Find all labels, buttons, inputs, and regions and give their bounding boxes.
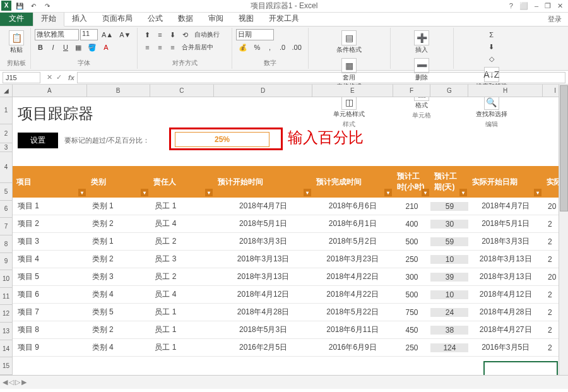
help-button[interactable]: ? bbox=[509, 2, 513, 10]
login-link[interactable]: 登录 bbox=[541, 13, 568, 26]
table-cell[interactable]: 2018年4月27日 bbox=[468, 324, 543, 335]
filter-dropdown-icon[interactable]: ▾ bbox=[534, 189, 541, 196]
table-cell[interactable]: 2018年4月22日 bbox=[312, 289, 393, 300]
table-cell[interactable]: 员工 1 bbox=[150, 201, 214, 211]
tab-data[interactable]: 数据 bbox=[170, 11, 201, 26]
paste-button[interactable]: 📋 粘贴 bbox=[6, 29, 27, 56]
table-cell[interactable]: 类别 2 bbox=[87, 324, 150, 335]
table-header[interactable]: 实际开始日期▾ bbox=[468, 166, 543, 198]
tab-formulas[interactable]: 公式 bbox=[140, 11, 170, 26]
table-header[interactable]: 项目▾ bbox=[13, 166, 87, 198]
row-header[interactable]: 14 bbox=[0, 340, 12, 358]
table-cell[interactable]: 2018年4月22日 bbox=[312, 271, 393, 282]
accept-formula-button[interactable]: ✓ bbox=[56, 73, 62, 81]
col-header[interactable]: C bbox=[150, 85, 215, 97]
table-cell[interactable]: 项目 8 bbox=[13, 324, 87, 335]
percent-button[interactable]: % bbox=[251, 42, 263, 53]
table-row[interactable]: 项目 2类别 2员工 42018年5月1日2018年6月1日400302018年… bbox=[13, 215, 568, 233]
table-cell[interactable]: 2018年3月3日 bbox=[214, 236, 312, 247]
table-cell[interactable]: 类别 3 bbox=[87, 271, 150, 282]
col-header[interactable]: E bbox=[312, 85, 393, 97]
row-header[interactable]: 11 bbox=[0, 288, 12, 306]
row-header[interactable]: 7 bbox=[0, 218, 12, 235]
table-cell[interactable]: 250 bbox=[393, 255, 431, 264]
row-header[interactable]: 15 bbox=[0, 357, 12, 375]
table-cell[interactable]: 2018年3月13日 bbox=[468, 254, 543, 264]
table-cell[interactable]: 2018年4月28日 bbox=[214, 307, 312, 318]
row-header[interactable]: 3 bbox=[0, 143, 12, 152]
filter-dropdown-icon[interactable]: ▾ bbox=[205, 189, 213, 196]
col-header[interactable]: H bbox=[468, 85, 543, 97]
settings-button[interactable]: 设置 bbox=[18, 133, 58, 148]
bold-button[interactable]: B bbox=[35, 42, 46, 53]
filter-dropdown-icon[interactable]: ▾ bbox=[78, 189, 86, 196]
formula-bar[interactable] bbox=[77, 72, 565, 83]
table-cell[interactable]: 39 bbox=[430, 273, 468, 282]
font-size-select[interactable]: 11 bbox=[80, 29, 98, 40]
table-cell[interactable]: 2018年3月13日 bbox=[468, 271, 543, 282]
filter-dropdown-icon[interactable]: ▾ bbox=[459, 189, 467, 196]
table-cell[interactable]: 2018年3月23日 bbox=[312, 254, 393, 264]
table-row[interactable]: 项目 3类别 1员工 22018年3月3日2018年5月2日500592018年… bbox=[13, 233, 568, 251]
close-button[interactable]: ✕ bbox=[557, 2, 563, 10]
table-cell[interactable]: 类别 5 bbox=[87, 307, 150, 318]
table-cell[interactable]: 项目 5 bbox=[13, 271, 87, 282]
tab-prev-button[interactable]: ◁ bbox=[9, 378, 14, 386]
table-header[interactable]: 类别▾ bbox=[87, 166, 150, 198]
border-button[interactable]: ▦ bbox=[73, 42, 84, 53]
table-header[interactable]: 预计完成时间▾ bbox=[312, 166, 393, 198]
table-row[interactable]: 项目 9类别 4员工 12016年2月5日2016年6月9日2501242016… bbox=[13, 339, 568, 357]
table-cell[interactable]: 员工 4 bbox=[150, 218, 214, 229]
table-cell[interactable]: 2018年4月12日 bbox=[214, 289, 312, 300]
maximize-button[interactable]: ❐ bbox=[545, 2, 551, 10]
row-header[interactable]: 12 bbox=[0, 305, 12, 323]
align-center-button[interactable]: ≡ bbox=[154, 42, 165, 53]
fx-icon[interactable]: fx bbox=[68, 74, 74, 81]
table-cell[interactable]: 2018年3月13日 bbox=[214, 254, 312, 264]
table-cell[interactable]: 2018年4月7日 bbox=[468, 201, 543, 211]
row-header[interactable]: 5 bbox=[0, 183, 12, 201]
table-cell[interactable]: 2018年3月3日 bbox=[468, 236, 543, 247]
table-cell[interactable]: 项目 1 bbox=[13, 201, 87, 211]
underline-button[interactable]: U bbox=[60, 42, 71, 53]
table-cell[interactable]: 类别 1 bbox=[87, 201, 150, 211]
table-cell[interactable]: 750 bbox=[393, 308, 431, 317]
tab-dev[interactable]: 开发工具 bbox=[261, 11, 307, 26]
table-cell[interactable]: 2018年4月28日 bbox=[468, 307, 543, 318]
table-cell[interactable]: 类别 2 bbox=[87, 254, 150, 264]
table-cell[interactable]: 员工 2 bbox=[150, 271, 214, 282]
align-left-button[interactable]: ≡ bbox=[141, 42, 153, 53]
cancel-formula-button[interactable]: ✕ bbox=[47, 73, 52, 81]
tab-review[interactable]: 审阅 bbox=[201, 11, 231, 26]
table-cell[interactable]: 24 bbox=[430, 308, 468, 317]
tab-insert[interactable]: 插入 bbox=[64, 11, 95, 26]
table-cell[interactable]: 500 bbox=[393, 290, 431, 299]
table-cell[interactable]: 300 bbox=[393, 273, 431, 282]
row-header[interactable]: 1 bbox=[0, 97, 12, 124]
table-row[interactable]: 项目 1类别 1员工 12018年4月7日2018年6月6日210592018年… bbox=[13, 198, 568, 215]
cond-format-button[interactable]: ▤条件格式 bbox=[334, 29, 364, 56]
table-cell[interactable]: 2018年5月2日 bbox=[312, 236, 393, 247]
table-header[interactable]: 预计工期(天)▾ bbox=[430, 166, 468, 198]
table-row[interactable]: 项目 6类别 4员工 42018年4月12日2018年4月22日50010201… bbox=[13, 286, 568, 304]
tab-home[interactable]: 开始 bbox=[33, 11, 64, 27]
table-cell[interactable]: 2018年5月3日 bbox=[214, 324, 312, 335]
tab-view[interactable]: 视图 bbox=[231, 11, 261, 26]
table-cell[interactable]: 项目 6 bbox=[13, 289, 87, 300]
vertical-scrollbar[interactable] bbox=[559, 85, 568, 375]
table-cell[interactable]: 500 bbox=[393, 237, 431, 246]
table-header[interactable]: 责任人▾ bbox=[150, 166, 214, 198]
shrink-font-button[interactable]: A▼ bbox=[117, 29, 133, 40]
ribbon-opts-button[interactable]: ⬜ bbox=[519, 2, 528, 10]
table-cell[interactable]: 项目 3 bbox=[13, 236, 87, 247]
table-cell[interactable]: 员工 1 bbox=[150, 342, 214, 353]
inc-decimal-button[interactable]: .0 bbox=[276, 42, 288, 53]
table-cell[interactable]: 30 bbox=[430, 220, 468, 229]
row-header[interactable]: 6 bbox=[0, 201, 12, 218]
table-cell[interactable]: 400 bbox=[393, 220, 431, 229]
italic-button[interactable]: I bbox=[47, 42, 59, 53]
table-cell[interactable]: 2018年4月12日 bbox=[468, 289, 543, 300]
table-cell[interactable]: 类别 1 bbox=[87, 236, 150, 247]
tab-next-button[interactable]: ▷ bbox=[15, 378, 20, 386]
font-color-button[interactable]: A bbox=[100, 42, 112, 53]
